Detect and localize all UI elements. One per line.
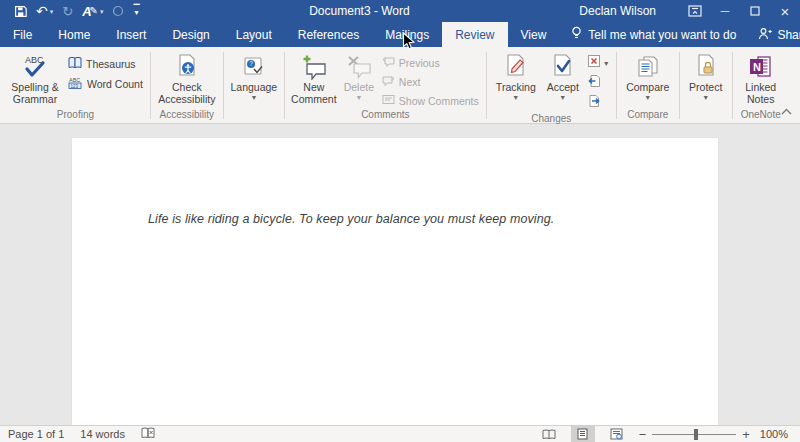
status-bar: Page 1 of 1 14 words − + 100% — [0, 425, 800, 442]
reject-icon — [587, 54, 601, 72]
tracking-button[interactable]: Tracking ▼ — [491, 51, 541, 103]
language-button[interactable]: ? Language ▼ — [228, 51, 280, 103]
close-button[interactable]: × — [770, 0, 800, 22]
compare-icon — [635, 53, 661, 81]
group-language: ? Language ▼ — [225, 48, 283, 123]
web-layout-icon[interactable] — [605, 426, 629, 442]
tab-home[interactable]: Home — [45, 22, 103, 47]
word-window: ↶▾ ↻ A✎▾ ▔▾ Document3 - Word Declan Wils… — [0, 0, 800, 442]
group-separator — [223, 52, 224, 119]
tell-me-box[interactable]: Tell me what you want to do — [559, 22, 748, 47]
linked-notes-button[interactable]: N Linked Notes — [737, 51, 785, 107]
print-layout-icon[interactable] — [571, 426, 595, 442]
new-comment-icon — [300, 53, 328, 81]
collapse-ribbon-icon[interactable] — [781, 101, 792, 119]
thesaurus-icon — [68, 56, 82, 71]
group-label-protect — [681, 108, 731, 123]
proofing-status-icon[interactable] — [141, 427, 155, 441]
tab-file[interactable]: File — [0, 22, 45, 47]
ink-annotate-icon[interactable]: A✎▾ — [82, 5, 103, 18]
group-label-onenote: OneNote — [734, 108, 788, 123]
lightbulb-icon — [571, 26, 582, 43]
protect-dropdown-icon[interactable]: ▼ — [702, 94, 709, 101]
document-page[interactable]: Life is like riding a bicycle. To keep y… — [72, 138, 718, 425]
titlebar: ↶▾ ↻ A✎▾ ▔▾ Document3 - Word Declan Wils… — [0, 0, 800, 22]
minimize-button[interactable]: ─ — [710, 0, 740, 22]
save-icon[interactable] — [14, 5, 27, 18]
zoom-slider-track[interactable] — [652, 434, 736, 435]
document-text[interactable]: Life is like riding a bicycle. To keep y… — [148, 212, 678, 226]
zoom-slider: − + — [639, 428, 750, 441]
undo-icon[interactable]: ↶▾ — [36, 4, 53, 18]
accept-dropdown-icon[interactable]: ▼ — [559, 94, 566, 101]
previous-change-button[interactable] — [585, 74, 612, 92]
svg-text:N: N — [753, 61, 761, 73]
word-count-status[interactable]: 14 words — [80, 428, 125, 440]
page-count[interactable]: Page 1 of 1 — [8, 428, 64, 440]
thesaurus-button[interactable]: Thesaurus — [65, 55, 146, 72]
tab-references[interactable]: References — [285, 22, 372, 47]
document-area: Life is like riding a bicycle. To keep y… — [0, 124, 800, 425]
new-comment-button[interactable]: New Comment — [289, 51, 339, 107]
show-comments-icon — [382, 94, 395, 107]
reject-button[interactable]: ▼ — [585, 54, 612, 72]
group-accessibility: Check Accessibility Accessibility — [152, 48, 222, 123]
signed-in-user[interactable]: Declan Wilson — [579, 4, 656, 18]
svg-text:ABC: ABC — [69, 77, 80, 83]
delete-comment-icon — [346, 53, 372, 81]
group-label-comments: Comments — [286, 108, 485, 123]
reject-dropdown-icon[interactable]: ▼ — [603, 60, 610, 67]
tracking-dropdown-icon[interactable]: ▼ — [512, 94, 519, 101]
protect-button[interactable]: Protect ▼ — [684, 51, 728, 103]
accept-icon — [551, 53, 575, 81]
ribbon-tabs: File Home Insert Design Layout Reference… — [0, 22, 800, 47]
group-label-language — [225, 108, 283, 123]
word-count-button[interactable]: ABC123 Word Count — [65, 75, 146, 92]
tab-view[interactable]: View — [508, 22, 560, 47]
group-separator — [732, 52, 733, 119]
language-icon: ? — [242, 53, 266, 81]
next-change-button[interactable] — [585, 94, 612, 112]
spelling-grammar-button[interactable]: ABC Spelling & Grammar — [5, 51, 65, 107]
zoom-out-button[interactable]: − — [639, 428, 647, 441]
tab-insert[interactable]: Insert — [103, 22, 159, 47]
group-label-compare: Compare — [618, 108, 678, 123]
share-person-icon — [758, 27, 772, 43]
group-label-proofing: Proofing — [2, 108, 149, 123]
compare-button[interactable]: Compare ▼ — [621, 51, 675, 103]
accept-button[interactable]: Accept ▼ — [541, 51, 585, 103]
read-mode-icon[interactable] — [537, 426, 561, 442]
ribbon-display-options-icon[interactable] — [680, 0, 710, 22]
word-count-icon: ABC123 — [68, 76, 83, 91]
compare-dropdown-icon[interactable]: ▼ — [644, 94, 651, 101]
share-label: Share — [777, 28, 800, 42]
tab-review[interactable]: Review — [442, 22, 507, 47]
previous-change-icon — [587, 74, 601, 92]
ink-dropdown-icon[interactable]: ▾ — [100, 8, 104, 15]
language-dropdown-icon[interactable]: ▼ — [250, 94, 257, 101]
redo-icon: ↻ — [62, 5, 73, 18]
onenote-icon: N — [748, 53, 774, 81]
next-comment-button: Next — [379, 74, 482, 89]
titlebar-controls: Declan Wilson ─ × — [579, 0, 800, 22]
group-label-accessibility: Accessibility — [152, 108, 222, 123]
check-accessibility-button[interactable]: Check Accessibility — [155, 51, 219, 107]
tab-layout[interactable]: Layout — [223, 22, 285, 47]
quick-access-toolbar: ↶▾ ↻ A✎▾ ▔▾ — [0, 4, 140, 18]
group-separator — [486, 52, 487, 119]
tab-design[interactable]: Design — [159, 22, 222, 47]
undo-dropdown-icon[interactable]: ▾ — [50, 8, 54, 15]
maximize-button[interactable] — [740, 0, 770, 22]
zoom-in-button[interactable]: + — [742, 428, 750, 441]
zoom-slider-handle[interactable] — [694, 429, 698, 440]
previous-comment-button: Previous — [379, 55, 482, 70]
group-label-changes: Changes — [488, 112, 615, 124]
ribbon: ABC Spelling & Grammar Thesaurus ABC123 — [0, 47, 800, 124]
zoom-level[interactable]: 100% — [760, 428, 788, 440]
group-changes: Tracking ▼ Accept ▼ ▼ — [488, 48, 615, 123]
group-protect: Protect ▼ — [681, 48, 731, 123]
touch-mode-icon — [112, 5, 124, 17]
delete-comment-button: Delete ▼ — [339, 51, 379, 103]
tab-mailings[interactable]: Mailings — [372, 22, 442, 47]
share-button[interactable]: Share — [748, 22, 800, 47]
